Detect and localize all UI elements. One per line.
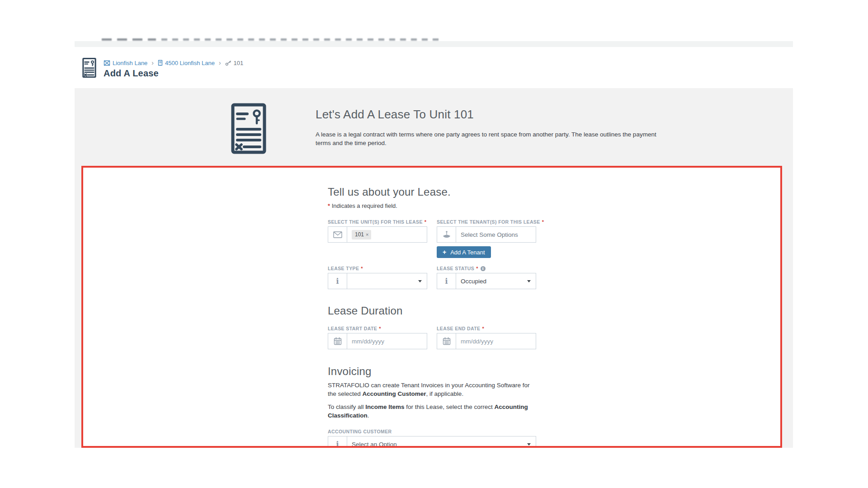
end-date-group: Lease End Date*: [437, 326, 536, 349]
section-title-invoicing: Invoicing: [328, 365, 536, 378]
unit-multiselect[interactable]: 101 ×: [328, 226, 427, 243]
start-date-group: Lease Start Date*: [328, 326, 427, 349]
hero-title: Let's Add A Lease To Unit 101: [316, 108, 664, 122]
browser-chrome-remnant: [75, 38, 793, 41]
browser-chrome-strip: [75, 41, 793, 47]
accounting-customer-value: Select an Option: [352, 441, 397, 448]
start-date-label: Lease Start Date*: [328, 326, 427, 331]
chevron-down-icon: [527, 443, 531, 446]
page-title: Add A Lease: [104, 68, 243, 79]
page-header: Lionfish Lane › 4500 Lionfish Lane ›: [75, 58, 793, 79]
building-icon: [158, 60, 163, 66]
page-content: Lionfish Lane › 4500 Lionfish Lane ›: [75, 38, 793, 448]
calendar-icon: [437, 333, 456, 349]
info-icon: i: [336, 277, 339, 286]
lease-type-group: Lease Type* i: [328, 266, 427, 289]
info-icon: i: [445, 277, 448, 286]
lease-type-label: Lease Type*: [328, 266, 427, 271]
add-tenant-button[interactable]: + Add A Tenant: [437, 246, 491, 258]
chevron-down-icon: [418, 280, 422, 282]
key-icon: [225, 60, 231, 66]
end-date-field[interactable]: [437, 333, 536, 349]
chip-label: 101: [355, 232, 364, 237]
breadcrumb: Lionfish Lane › 4500 Lionfish Lane ›: [104, 59, 243, 66]
lease-status-select[interactable]: i Occupied: [437, 273, 536, 289]
lease-document-icon: [231, 103, 266, 154]
lease-type-select[interactable]: i: [328, 273, 427, 289]
tenant-field-group: Select the Tenant(s) for this Lease*: [437, 219, 536, 243]
tenant-multiselect[interactable]: [437, 226, 536, 243]
add-tenant-label: Add A Tenant: [450, 249, 485, 256]
breadcrumb-separator: ›: [219, 59, 221, 66]
envelope-icon: [328, 227, 347, 242]
form-highlight-outline: Tell us about your Lease. * Indicates a …: [81, 166, 782, 448]
blurred-text: [161, 38, 442, 41]
required-note-text: Indicates a required field.: [332, 202, 397, 209]
breadcrumb-building-link[interactable]: 4500 Lionfish Lane: [158, 60, 215, 66]
tenant-field-label: Select the Tenant(s) for this Lease*: [437, 219, 536, 225]
hero-section: Let's Add A Lease To Unit 101 A lease is…: [75, 88, 793, 166]
remove-chip-icon[interactable]: ×: [366, 233, 368, 236]
required-asterisk: *: [328, 202, 330, 209]
breadcrumb-label: 4500 Lionfish Lane: [165, 60, 215, 66]
breadcrumb-separator: ›: [151, 59, 154, 66]
lease-wizard-panel: Let's Add A Lease To Unit 101 A lease is…: [75, 88, 793, 448]
lease-status-group: Lease Status* i i Occupied: [437, 266, 536, 289]
start-date-input[interactable]: [352, 338, 422, 345]
required-field-note: * Indicates a required field.: [328, 202, 536, 209]
unit-field-group: Select the Unit(s) for this Lease*: [328, 219, 427, 243]
lease-form: Tell us about your Lease. * Indicates a …: [328, 186, 536, 448]
plus-icon: +: [443, 249, 446, 255]
invoicing-paragraph-1: STRATAFOLIO can create Tenant Invoices i…: [328, 381, 536, 398]
info-circle-icon[interactable]: i: [481, 266, 486, 271]
invoicing-paragraph-2: To classify all Income Items for this Le…: [328, 403, 536, 420]
breadcrumb-property-link[interactable]: Lionfish Lane: [104, 60, 147, 66]
breadcrumb-label: 101: [234, 60, 244, 66]
accounting-customer-label: Accounting Customer: [328, 429, 536, 434]
lease-status-value: Occupied: [461, 278, 486, 285]
accounting-customer-select[interactable]: i Select an Option: [328, 436, 536, 448]
tenant-select-input[interactable]: [461, 231, 531, 238]
hero-description: A lease is a legal contract with terms w…: [316, 130, 664, 147]
section-title-lease: Tell us about your Lease.: [328, 186, 536, 198]
info-icon: i: [336, 440, 339, 448]
start-date-field[interactable]: [328, 333, 427, 349]
breadcrumb-label: Lionfish Lane: [113, 60, 147, 66]
lease-status-label: Lease Status* i: [437, 266, 536, 271]
lease-document-icon: [82, 58, 97, 78]
end-date-input[interactable]: [461, 338, 531, 345]
blurred-text: [102, 38, 156, 41]
parcel-icon: [104, 60, 110, 66]
selected-unit-chip: 101 ×: [352, 230, 371, 239]
unit-field-label: Select the Unit(s) for this Lease*: [328, 219, 427, 225]
calendar-icon: [328, 333, 347, 349]
section-title-duration: Lease Duration: [328, 305, 536, 317]
end-date-label: Lease End Date*: [437, 326, 536, 331]
breadcrumb-unit-current: 101: [225, 60, 244, 66]
hand-key-icon: [437, 227, 456, 242]
chevron-down-icon: [527, 280, 531, 282]
